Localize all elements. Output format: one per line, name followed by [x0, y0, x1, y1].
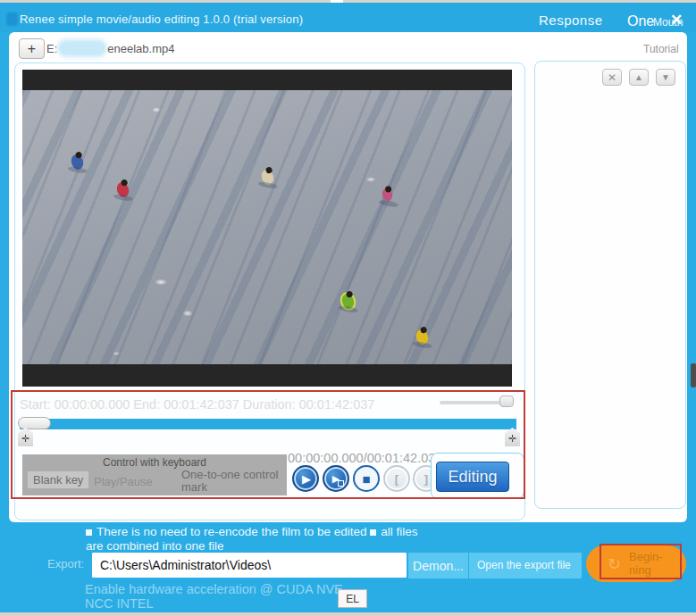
start-value: 00:00:00.000 [55, 397, 130, 412]
keyboard-help-box: Control with keyboard Blank key Play/Pau… [22, 454, 287, 495]
hardware-accel-note-line1: Enable hardware acceleration @ CUDA NVE [85, 582, 343, 596]
export-path-input[interactable] [92, 553, 407, 578]
window-bottom-edge [0, 612, 696, 616]
trim-info: Start:00:00:00.000End:00:01:42:037Durati… [20, 397, 378, 412]
checkbox-icon[interactable] [86, 529, 92, 536]
demo-button[interactable]: Demon... [408, 553, 468, 579]
redacted-path-blur [60, 42, 105, 54]
move-clip-down-button[interactable]: ▼ [656, 69, 675, 86]
move-clip-up-button[interactable]: ▲ [629, 69, 649, 86]
duration-label: Duration: [243, 397, 296, 412]
file-tab[interactable]: E:eneelab.mp4 [46, 42, 174, 55]
play-selection-button[interactable]: ▶ [323, 465, 349, 492]
start-label: Start: [20, 397, 51, 412]
titlebar-menu-response[interactable]: Response [539, 12, 603, 28]
file-name: eneelab.mp4 [107, 42, 174, 55]
playhead-handle[interactable] [18, 417, 51, 429]
edge-scrollbar-thumb[interactable] [691, 363, 696, 387]
checkbox-icon[interactable] [370, 529, 376, 536]
time-display: 00:00:00.000/00:01:42.037 [288, 451, 442, 465]
el-chip[interactable]: EL [338, 589, 367, 608]
encode-note: There is no need to re-encode the film t… [86, 525, 427, 554]
end-value: 00:01:42:037 [164, 397, 239, 412]
skater-pink [381, 187, 394, 203]
timeline-zoom-handle[interactable] [499, 395, 514, 407]
duration-value: 00:01:42:037 [299, 397, 375, 412]
file-path-prefix: E: [46, 42, 57, 55]
video-preview[interactable] [22, 70, 512, 387]
clip-list-panel [534, 61, 686, 509]
mark-hint: One-to-one control mark [181, 469, 287, 495]
space-key-action: Play/Pause [94, 475, 153, 488]
video-frame-scene [22, 90, 512, 364]
close-icon[interactable]: ✕ [670, 11, 683, 29]
add-file-button[interactable]: + [19, 38, 45, 59]
timeline-bar[interactable] [20, 419, 516, 429]
keyboard-help-title: Control with keyboard [22, 456, 287, 469]
editing-button[interactable]: Editing [436, 462, 509, 492]
end-label: End: [133, 397, 160, 412]
refresh-icon: ↻ [608, 554, 621, 574]
space-key-badge: Blank key [28, 471, 88, 488]
tutorial-link[interactable]: Tutorial [643, 43, 679, 55]
export-label: Export: [47, 557, 84, 570]
window-title: Renee simple movie/audio editing 1.0.0 (… [20, 12, 303, 26]
play-button[interactable]: ▶ [292, 465, 319, 492]
titlebar-menu-one[interactable]: One [627, 13, 654, 29]
skater-yellow [415, 328, 431, 345]
begin-button[interactable]: ↻ Begin-ning [586, 545, 686, 582]
open-export-file-button[interactable]: Open the export file [469, 553, 582, 579]
window-titlebar: Renee simple movie/audio editing 1.0.0 (… [0, 3, 696, 32]
remove-clip-button[interactable]: ✕ [602, 69, 622, 86]
encode-note-text-1: There is no need to re-encode the film t… [96, 525, 366, 538]
skater-red [115, 180, 131, 198]
hardware-accel-note-line2: NCC INTEL [85, 596, 154, 611]
app-icon [6, 12, 18, 26]
mark-in-button[interactable]: [ [383, 465, 410, 492]
stop-button[interactable]: ■ [353, 465, 380, 492]
begin-button-label: Begin-ning [629, 551, 674, 578]
skater-green [340, 292, 356, 310]
skater-blue [70, 153, 86, 171]
skater-tan [260, 168, 276, 186]
